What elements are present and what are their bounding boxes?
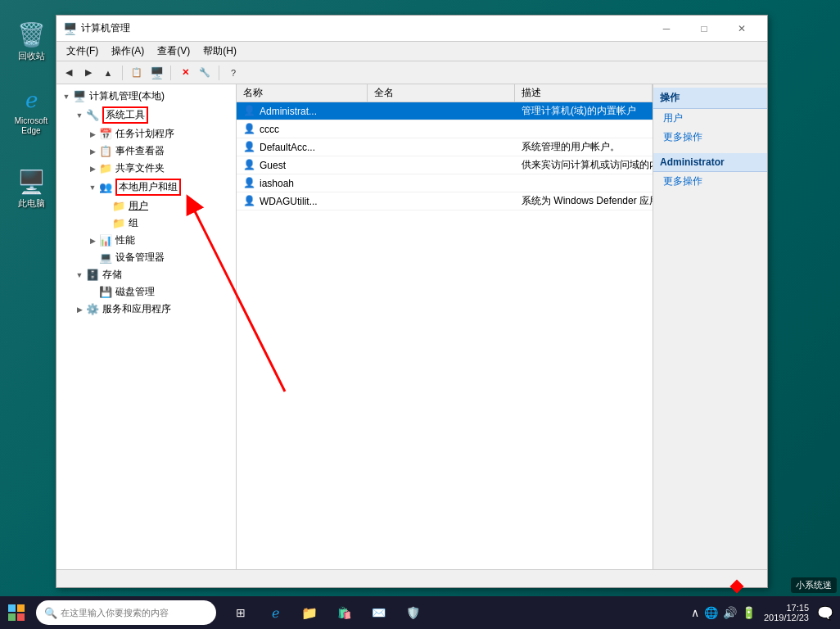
window-title: 计算机管理 [81, 21, 648, 35]
search-input[interactable] [61, 608, 208, 618]
tree-item-system-tools[interactable]: ▼ 🔧 系统工具 [56, 105, 236, 125]
user-desc-cell-3: 供来宾访问计算机或访问域的内... [515, 156, 653, 174]
right-action-more-1[interactable]: 更多操作 [653, 128, 767, 147]
clock-time: 17:15 [786, 603, 809, 613]
menubar: 文件(F) 操作(A) 查看(V) 帮助(H) [56, 42, 767, 61]
recycle-bin-label: 回收站 [18, 51, 45, 61]
event-viewer-icon: 📋 [99, 145, 112, 158]
computer-mgmt-label: 计算机管理(本地) [89, 89, 165, 103]
expand-icon-services: ▶ [73, 303, 86, 316]
column-headers: 名称 全名 描述 [237, 84, 653, 102]
help-button[interactable]: ? [224, 64, 242, 82]
system-tools-icon: 🔧 [86, 109, 99, 122]
user-icon-0: 👤 [243, 105, 256, 118]
system-tools-label: 系统工具 [102, 106, 148, 124]
taskbar-security-btn[interactable]: 🛡️ [398, 598, 427, 627]
menu-action[interactable]: 操作(A) [105, 43, 151, 60]
desktop-icon-recycle-bin[interactable]: 🗑️ 回收站 [7, 16, 56, 65]
user-fullname-cell-1 [368, 120, 515, 138]
delete-button[interactable]: ✕ [176, 64, 194, 82]
tree-item-task-scheduler[interactable]: ▶ 📅 任务计划程序 [56, 125, 236, 143]
network-icon[interactable]: 🌐 [704, 606, 718, 619]
notification-icon[interactable]: 🗨️ [817, 605, 833, 621]
taskbar-edge-btn[interactable]: ℯ [260, 598, 290, 627]
close-button[interactable]: ✕ [723, 16, 761, 42]
col-header-description[interactable]: 描述 [515, 84, 653, 102]
storage-icon: 🗄️ [86, 269, 99, 282]
properties-button[interactable]: 🔧 [196, 64, 214, 82]
show-hide-tree[interactable]: 📋 [128, 64, 146, 82]
table-row[interactable]: 👤 DefaultAcc... 系统管理的用户帐户。 [237, 138, 653, 156]
system-tray-icons: ∧ 🌐 🔊 🔋 [691, 606, 756, 619]
titlebar: 🖥️ 计算机管理 ─ □ ✕ [56, 16, 767, 42]
volume-icon[interactable]: 🔊 [723, 606, 737, 619]
taskbar-store-btn[interactable]: 🛍️ [329, 598, 359, 627]
right-action-more-2[interactable]: 更多操作 [653, 172, 767, 191]
tree-item-event-viewer[interactable]: ▶ 📋 事件查看器 [56, 143, 236, 160]
up-button[interactable]: ▲ [99, 64, 117, 82]
user-fullname-cell-2 [368, 138, 515, 156]
taskbar-search[interactable]: 🔍 [36, 600, 216, 625]
this-pc-icon: 🖥️ [16, 167, 46, 197]
tree-item-shared-folders[interactable]: ▶ 📁 共享文件夹 [56, 160, 236, 177]
tree-item-groups[interactable]: 📁 组 [56, 215, 236, 232]
tree-item-device-mgr[interactable]: 💻 设备管理器 [56, 249, 236, 266]
col-header-name[interactable]: 名称 [237, 84, 368, 102]
table-row[interactable]: 👤 Administrat... 管理计算机(域)的内置帐户 [237, 102, 653, 120]
expand-icon-users [99, 200, 112, 213]
table-row[interactable]: 👤 Guest 供来宾访问计算机或访问域的内... [237, 156, 653, 174]
edge-label: MicrosoftEdge [15, 116, 48, 136]
tray-arrow-icon[interactable]: ∧ [691, 606, 699, 619]
services-icon: ⚙️ [86, 303, 99, 316]
user-icon-2: 👤 [243, 141, 256, 154]
tree-item-local-users[interactable]: ▼ 👥 本地用户和组 [56, 177, 236, 197]
device-mgr-label: 设备管理器 [115, 251, 165, 265]
expand-icon-storage: ▼ [73, 269, 86, 282]
user-desc-cell-5: 系统为 Windows Defender 应用... [515, 192, 653, 210]
watermark-text: 小系统迷 [796, 579, 832, 591]
storage-label: 存储 [102, 268, 122, 282]
watermark: 小系统迷 [791, 577, 837, 593]
toolbar-btn-2[interactable]: 🖥️ [147, 64, 165, 82]
window-icon: 🖥️ [63, 22, 76, 35]
window-controls: ─ □ ✕ [648, 16, 761, 42]
battery-icon[interactable]: 🔋 [742, 606, 756, 619]
expand-icon-event: ▶ [86, 145, 99, 158]
table-row[interactable]: 👤 iashoah [237, 174, 653, 192]
disk-mgmt-label: 磁盘管理 [115, 285, 155, 299]
table-row[interactable]: 👤 WDAGUtilit... 系统为 Windows Defender 应用.… [237, 192, 653, 210]
taskview-button[interactable]: ⊞ [226, 598, 255, 627]
tree-item-users[interactable]: 📁 用户 [56, 197, 236, 215]
taskbar-explorer-btn[interactable]: 📁 [295, 598, 324, 627]
desktop-icon-this-pc[interactable]: 🖥️ 此电脑 [7, 164, 56, 212]
performance-icon: 📊 [99, 234, 112, 247]
right-action-users[interactable]: 用户 [653, 109, 767, 128]
table-row[interactable]: 👤 cccc [237, 120, 653, 138]
menu-file[interactable]: 文件(F) [60, 43, 105, 60]
search-icon: 🔍 [44, 607, 57, 619]
task-scheduler-label: 任务计划程序 [115, 127, 174, 141]
forward-button[interactable]: ▶ [79, 64, 97, 82]
windows-logo-icon [8, 604, 25, 621]
expand-icon-disk [86, 286, 99, 299]
tree-item-disk-mgmt[interactable]: 💾 磁盘管理 [56, 283, 236, 301]
tree-item-services[interactable]: ▶ ⚙️ 服务和应用程序 [56, 301, 236, 318]
minimize-button[interactable]: ─ [648, 16, 685, 42]
col-header-fullname[interactable]: 全名 [368, 84, 515, 102]
start-button[interactable] [0, 596, 33, 629]
tree-item-computer-mgmt[interactable]: ▼ 🖥️ 计算机管理(本地) [56, 88, 236, 105]
tree-item-performance[interactable]: ▶ 📊 性能 [56, 232, 236, 249]
device-mgr-icon: 💻 [99, 251, 112, 265]
menu-help[interactable]: 帮助(H) [196, 43, 243, 60]
desktop-icon-edge[interactable]: ℯ MicrosoftEdge [7, 82, 56, 139]
table-body: 👤 Administrat... 管理计算机(域)的内置帐户 👤 cccc [237, 102, 653, 569]
expand-icon-groups [99, 217, 112, 230]
local-users-icon: 👥 [99, 181, 112, 194]
maximize-button[interactable]: □ [685, 16, 723, 42]
taskbar-clock[interactable]: 17:15 2019/12/23 [759, 603, 814, 622]
back-button[interactable]: ◀ [60, 64, 78, 82]
expand-icon-computer: ▼ [60, 90, 73, 103]
taskbar-mail-btn[interactable]: ✉️ [364, 598, 393, 627]
tree-item-storage[interactable]: ▼ 🗄️ 存储 [56, 266, 236, 283]
menu-view[interactable]: 查看(V) [151, 43, 196, 60]
